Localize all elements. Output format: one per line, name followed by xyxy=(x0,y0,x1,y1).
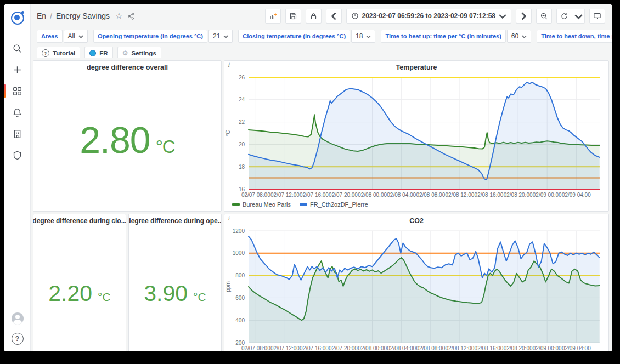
save-dashboard-button[interactable] xyxy=(285,9,301,24)
shield-icon xyxy=(12,150,22,161)
legend-item[interactable]: Bureau Meo Paris xyxy=(232,201,291,208)
refresh-interval-dropdown[interactable] xyxy=(572,9,585,24)
filter-closing-temperature-value[interactable]: 18 xyxy=(351,30,375,43)
panel-title[interactable]: Temperature xyxy=(224,61,608,74)
temperature-legend: Bureau Meo ParisFR_Cth2ozDF_Pierre xyxy=(224,199,608,208)
plus-icon xyxy=(12,65,22,75)
stat-body: 2.20 °C xyxy=(33,228,126,351)
sidebar-item-dashboards[interactable] xyxy=(4,85,30,97)
add-panel-button[interactable] xyxy=(265,9,281,24)
svg-text:02/08 04:00: 02/08 04:00 xyxy=(387,192,416,198)
user-avatar[interactable] xyxy=(12,312,24,325)
filter-closing-temperature: Closing temperature (in degrees °C) 18 xyxy=(238,30,375,43)
filter-heat-down-time-label[interactable]: Time to heat down, time per °C (in minut… xyxy=(537,30,612,43)
gear-icon: ⚙ xyxy=(122,50,128,56)
svg-text:18: 18 xyxy=(239,164,245,170)
sidebar-item-search[interactable] xyxy=(4,42,30,54)
filter-opening-temperature-label[interactable]: Opening temperature (in degrees °C) xyxy=(93,30,207,43)
legend-label: Bureau Meo Paris xyxy=(243,201,291,208)
filter-areas-value[interactable]: All xyxy=(64,30,88,43)
breadcrumb: En / Energy Savings ☆ xyxy=(37,11,135,21)
top-header: En / Energy Savings ☆ xyxy=(30,4,612,27)
legend-item[interactable]: FR_Cth2ozDF_Pierre xyxy=(300,201,368,208)
chevron-down-icon xyxy=(366,34,371,39)
chevron-down-icon xyxy=(522,34,527,39)
svg-text:02/08 12:00: 02/08 12:00 xyxy=(445,192,474,198)
stat-value: 2.80 °C xyxy=(80,121,174,158)
grafana-window: ? En / Energy Savings ☆ xyxy=(4,4,612,351)
time-range-picker[interactable]: 2023-02-07 06:59:26 to 2023-02-09 07:12:… xyxy=(346,9,512,24)
stat-value: 2.20 °C xyxy=(48,282,110,305)
chevron-down-icon xyxy=(78,34,83,39)
cycle-view-button[interactable] xyxy=(589,9,605,24)
svg-text:02/09 04:00: 02/09 04:00 xyxy=(562,345,591,351)
save-icon xyxy=(289,12,297,20)
panel-degree-difference-overall: degree difference overall 2.80 °C xyxy=(33,60,222,212)
filter-heat-down-time: Time to heat down, time per °C (in minut… xyxy=(537,30,612,43)
filter-areas-label[interactable]: Areas xyxy=(37,30,63,43)
svg-text:02/07 16:00: 02/07 16:00 xyxy=(300,192,329,198)
filter-opening-temperature-value[interactable]: 21 xyxy=(208,30,233,43)
panel-title[interactable]: degree difference during ope... xyxy=(129,214,221,228)
panel-info-icon[interactable]: i xyxy=(228,62,229,68)
question-circle-icon: ? xyxy=(42,49,49,57)
logo-core xyxy=(14,15,20,20)
co2-chart[interactable]: 2004006008001000120002/07 08:0002/07 12:… xyxy=(224,228,605,351)
svg-text:22: 22 xyxy=(239,119,245,125)
sidebar-item-security[interactable] xyxy=(4,149,30,161)
svg-text:02/08 08:00: 02/08 08:00 xyxy=(416,345,445,351)
zoom-out-button[interactable] xyxy=(536,9,552,24)
app-logo[interactable] xyxy=(10,10,25,25)
temperature-chart[interactable]: 16182022242602/07 08:0002/07 12:0002/07 … xyxy=(224,74,605,199)
time-forward-button[interactable] xyxy=(516,9,532,24)
chevron-down-icon xyxy=(574,12,583,20)
panel-temperature: i Temperature 16182022242602/07 08:0002/… xyxy=(224,60,609,212)
svg-text:02/08 16:00: 02/08 16:00 xyxy=(475,345,504,351)
chevron-down-icon xyxy=(499,12,506,20)
sidebar-item-organizations[interactable] xyxy=(4,128,30,140)
clock-icon xyxy=(351,12,359,20)
svg-text:02/08 12:00: 02/08 12:00 xyxy=(445,345,474,351)
panel-title[interactable]: CO2 xyxy=(224,214,608,228)
favorite-star-icon[interactable]: ☆ xyxy=(115,11,122,21)
panel-title[interactable]: degree difference overall xyxy=(33,61,221,74)
svg-text:02/09 04:00: 02/09 04:00 xyxy=(562,192,591,198)
lock-icon xyxy=(309,12,318,20)
filter-opening-temperature: Opening temperature (in degrees °C) 21 xyxy=(93,30,233,43)
filter-heat-up-time-value[interactable]: 60 xyxy=(507,30,531,43)
filter-closing-temperature-label[interactable]: Closing temperature (in degrees °C) xyxy=(238,30,350,43)
svg-text:1200: 1200 xyxy=(233,228,245,234)
svg-text:°C: °C xyxy=(225,130,231,136)
svg-text:ppm: ppm xyxy=(225,281,231,292)
stat-body: 2.80 °C xyxy=(33,74,221,206)
svg-text:800: 800 xyxy=(235,272,245,278)
panel-info-icon[interactable]: i xyxy=(228,215,229,221)
panel-co2: i CO2 2004006008001000120002/07 08:0002/… xyxy=(224,214,609,351)
svg-text:02/07 12:00: 02/07 12:00 xyxy=(270,192,300,198)
breadcrumb-folder[interactable]: En xyxy=(37,12,46,20)
filter-heat-up-time-label[interactable]: Time to heat up: time per °C (in minutes… xyxy=(381,30,505,43)
share-icon[interactable] xyxy=(127,12,135,20)
svg-text:02/09 00:00: 02/09 00:00 xyxy=(533,345,562,351)
svg-text:02/08 20:00: 02/08 20:00 xyxy=(504,192,533,198)
time-back-button[interactable] xyxy=(326,9,342,24)
panel-degree-difference-closing: degree difference during clo... 2.20 °C xyxy=(33,214,126,351)
svg-text:1000: 1000 xyxy=(233,250,245,256)
breadcrumb-title[interactable]: Energy Savings xyxy=(56,12,110,20)
add-panel-icon xyxy=(269,12,277,20)
refresh-button[interactable] xyxy=(556,9,572,24)
stat-unit: °C xyxy=(156,138,175,156)
svg-text:02/07 08:00: 02/07 08:00 xyxy=(241,192,270,198)
legend-label: FR_Cth2ozDF_Pierre xyxy=(310,201,368,208)
filter-heat-up-time: Time to heat up: time per °C (in minutes… xyxy=(381,30,531,43)
building-icon xyxy=(12,129,22,139)
sidebar-item-create[interactable] xyxy=(4,64,30,76)
sidebar-item-alerting[interactable] xyxy=(4,106,30,118)
lock-button[interactable] xyxy=(306,9,322,24)
svg-text:02/08 00:00: 02/08 00:00 xyxy=(358,345,387,351)
header-toolbar: 2023-02-07 06:59:26 to 2023-02-09 07:12:… xyxy=(265,9,606,24)
sidebar: ? xyxy=(4,4,31,351)
help-icon[interactable]: ? xyxy=(12,333,24,345)
svg-text:02/08 08:00: 02/08 08:00 xyxy=(416,192,445,198)
panel-title[interactable]: degree difference during clo... xyxy=(33,214,126,228)
